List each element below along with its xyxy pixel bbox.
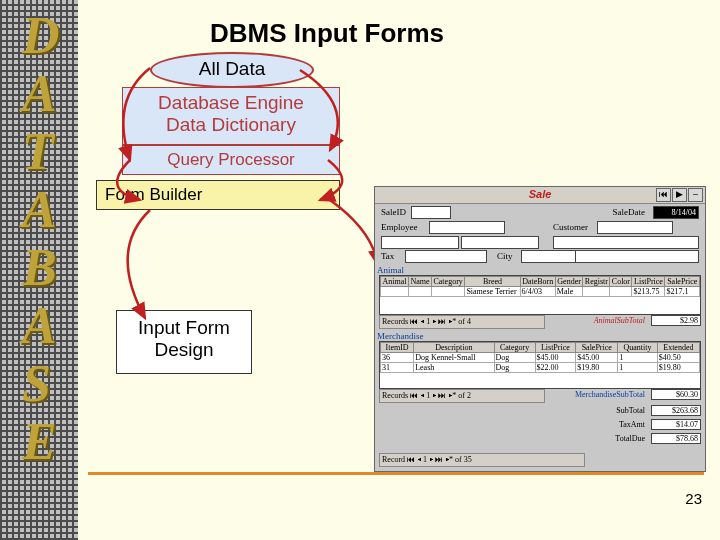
field-cust-detail[interactable] (553, 236, 699, 249)
sidebar-database-letters: D A T A B A S E (0, 0, 78, 540)
sidebar-letter: A (22, 296, 57, 355)
engine-line2: Data Dictionary (166, 114, 296, 135)
sidebar-letter: A (22, 64, 57, 123)
label-customer: Customer (553, 222, 588, 232)
section-merchandise: Merchandise (377, 331, 703, 341)
page-number: 23 (685, 490, 702, 507)
value-subtotal: $263.68 (651, 405, 701, 416)
field-customer[interactable] (597, 221, 673, 234)
label-employee: Employee (381, 222, 418, 232)
sidebar-letter: E (22, 412, 57, 471)
label-animal-subtotal: AnimalSubTotal (594, 316, 645, 325)
value-taxamt: $14.07 (651, 419, 701, 430)
field-tax[interactable] (405, 250, 487, 263)
value-animal-subtotal: $2.98 (651, 315, 701, 326)
label-saleid: SaleID (381, 207, 406, 217)
sidebar-letter: D (22, 6, 60, 65)
minimize-button[interactable]: – (688, 188, 703, 202)
recordnav-animal[interactable]: Records ⏮ ◀ 1 ▶ ⏭ ▶* of 4 (379, 315, 545, 329)
recordnav-outer[interactable]: Record ⏮ ◀ 1 ▶ ⏭ ▶* of 35 (379, 453, 585, 467)
nav-first-button[interactable]: ⏮ (656, 188, 671, 202)
field-emp-detail2[interactable] (461, 236, 539, 249)
form-sale-window: Sale ⏮ ▶ – SaleID SaleDate 8/14/04 Emplo… (374, 186, 706, 472)
label-saledate: SaleDate (613, 207, 645, 217)
field-city2[interactable] (575, 250, 699, 263)
label-city: City (497, 251, 513, 261)
label-totaldue: TotalDue (615, 434, 645, 443)
sidebar-letter: B (22, 238, 57, 297)
label-taxamt: TaxAmt (619, 420, 645, 429)
page-title: DBMS Input Forms (210, 18, 444, 49)
label-tax: Tax (381, 251, 394, 261)
field-saledate[interactable]: 8/14/04 (653, 206, 699, 219)
input-form-l1: Input Form (138, 317, 230, 338)
input-form-l2: Design (154, 339, 213, 360)
label-merch-subtotal: MerchandiseSubTotal (575, 390, 645, 399)
block-database-engine: Database Engine Data Dictionary (122, 87, 340, 145)
block-query-processor: Query Processor (122, 145, 340, 175)
nav-next-button[interactable]: ▶ (672, 188, 687, 202)
block-input-form-design: Input Form Design (116, 310, 252, 374)
value-totaldue: $78.68 (651, 433, 701, 444)
grid-merchandise[interactable]: ItemIDDescriptionCategoryListPriceSalePr… (379, 341, 701, 389)
divider-rule (88, 472, 704, 475)
engine-line1: Database Engine (158, 92, 304, 113)
field-emp-detail1[interactable] (381, 236, 459, 249)
value-merch-subtotal: $60.30 (651, 389, 701, 400)
field-city[interactable] (521, 250, 577, 263)
sidebar-letter: T (22, 122, 54, 181)
grid-animal[interactable]: AnimalNameCategoryBreedDateBornGenderReg… (379, 275, 701, 315)
label-subtotal: SubTotal (616, 406, 645, 415)
form-titlebar: Sale ⏮ ▶ – (375, 187, 705, 204)
recordnav-merch[interactable]: Records ⏮ ◀ 1 ▶ ⏭ ▶* of 2 (379, 389, 545, 403)
block-form-builder: Form Builder (96, 180, 340, 210)
form-title: Sale (529, 188, 552, 200)
sidebar-letter: A (22, 180, 57, 239)
section-animal: Animal (377, 265, 703, 275)
block-all-data: All Data (150, 52, 314, 88)
sidebar-letter: S (22, 354, 51, 413)
field-employee[interactable] (429, 221, 505, 234)
field-saleid[interactable] (411, 206, 451, 219)
